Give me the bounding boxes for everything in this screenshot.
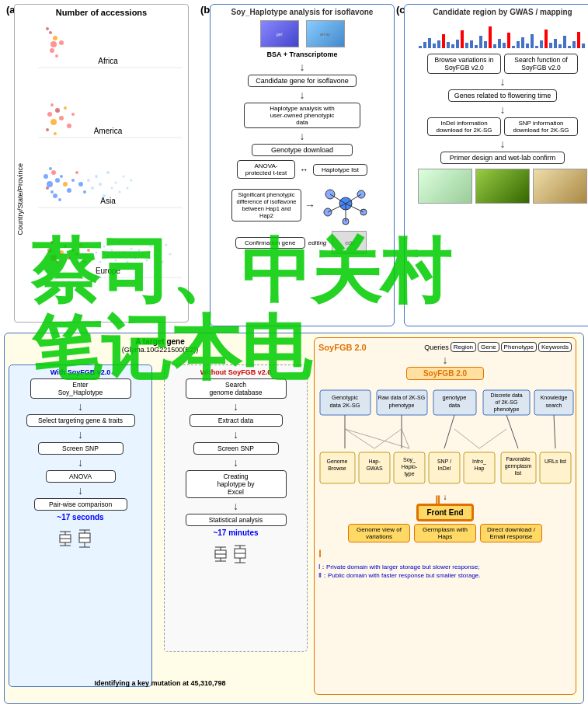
svg-rect-100 (433, 44, 436, 48)
genome-view-box: Genome view of variations (348, 524, 410, 542)
svg-text:Genome: Genome (327, 459, 348, 464)
svg-point-84 (165, 244, 168, 246)
svg-text:list: list (515, 470, 522, 476)
frontend-row: Front End (318, 504, 572, 521)
search-function-box: Search function of SoyFGB v2.0 (504, 54, 578, 74)
svg-text:Intro_: Intro_ (472, 459, 486, 465)
svg-point-31 (60, 175, 63, 178)
svg-text:Hap: Hap (475, 466, 485, 472)
svg-point-17 (55, 108, 60, 113)
gene-box: Gene (478, 342, 499, 352)
svg-point-20 (64, 106, 67, 110)
note-2: Ⅱ：Public domain with faster response but… (318, 571, 572, 580)
svg-rect-111 (484, 41, 487, 48)
svg-rect-112 (489, 26, 492, 48)
svg-rect-101 (437, 40, 440, 48)
svg-line-200 (454, 429, 479, 448)
roman-1-area: Ⅰ (318, 549, 572, 560)
svg-text:data 2K-SG: data 2K-SG (329, 402, 360, 409)
c-arrow1: ↓ (500, 76, 506, 87)
boxplot-left (54, 524, 108, 551)
svg-text:GWAS: GWAS (366, 466, 382, 471)
gwas-chart-area (408, 19, 588, 50)
svg-text:Asia: Asia (100, 197, 116, 205)
svg-text:Haplo-: Haplo- (402, 464, 418, 470)
svg-rect-109 (475, 45, 478, 48)
svg-point-64 (87, 249, 90, 252)
svg-line-196 (345, 429, 374, 448)
right-arrow: → (304, 199, 315, 211)
d-arrow4: ↓ (78, 485, 83, 496)
gwas-chart (417, 19, 588, 50)
transcriptome-image: array (306, 20, 345, 47)
svg-rect-98 (423, 42, 426, 48)
c-arrow3: ↓ (500, 138, 506, 149)
gene-edit-image: edit (332, 231, 367, 254)
svg-text:phenotype: phenotype (389, 403, 415, 409)
svg-text:genotype: genotype (443, 394, 467, 401)
output-boxes: Genome view of variations Germplasm with… (318, 524, 572, 542)
svg-text:of 2K-SG: of 2K-SG (496, 399, 518, 405)
network-area: Genotypic data 2K-SG Raw data of 2K-SG p… (318, 382, 572, 491)
svg-point-34 (49, 167, 52, 170)
svg-text:URLs list: URLs list (545, 459, 566, 464)
candidate-gene-box: Candidate gene for isoflavone (248, 75, 357, 87)
svg-point-63 (83, 260, 86, 263)
indel-snp-row: InDel information download for 2K-SG SNP… (427, 117, 578, 136)
svg-point-56 (56, 260, 59, 263)
lab-image3 (533, 169, 587, 204)
svg-point-25 (43, 174, 48, 179)
svg-rect-124 (545, 30, 548, 48)
with-soyfgb-label: With SoyFGB v2.0 (12, 368, 148, 376)
svg-text:SNP /: SNP / (437, 459, 451, 464)
svg-point-33 (63, 182, 68, 187)
svg-rect-129 (568, 46, 571, 48)
panel-d: A target gene (Glyma.10G221500(E2)) With… (4, 333, 584, 704)
svg-rect-97 (419, 46, 422, 48)
confirmation-box: Confirmation gene (235, 237, 305, 249)
svg-line-194 (506, 415, 518, 448)
svg-point-36 (67, 188, 71, 193)
time-with: ~17 seconds (57, 513, 103, 521)
phenotype-box: Phenotype (501, 342, 537, 352)
svg-point-14 (46, 27, 49, 30)
svg-point-29 (55, 178, 60, 183)
time-without: ~17 minutes (213, 528, 258, 537)
germplasm-haps-box: Germplasm with Haps (414, 524, 476, 542)
pair-wise-box: Pair-wise comparison (34, 498, 127, 511)
soyfgb-title: SoyFGB 2.0 (318, 343, 367, 352)
svg-point-42 (91, 187, 94, 190)
svg-point-82 (158, 249, 160, 252)
svg-point-74 (127, 261, 129, 263)
screen-snp-box: Screen SNP (38, 442, 124, 455)
svg-point-85 (169, 253, 172, 256)
svg-point-28 (50, 190, 54, 194)
svg-rect-189 (540, 452, 571, 483)
svg-point-72 (119, 242, 121, 244)
d-arrow2: ↓ (78, 429, 83, 440)
confirmation-row: Confirmation gene editing edit (235, 231, 370, 254)
soyfgb-network-svg: Genotypic data 2K-SG Raw data of 2K-SG p… (318, 382, 575, 491)
roman-2: Ⅱ (435, 494, 440, 506)
queries-row: Queries Region Gene Phenotype Keywords (424, 342, 572, 352)
svg-point-66 (96, 252, 98, 254)
svg-rect-117 (512, 46, 515, 48)
svg-text:Favorable: Favorable (506, 456, 530, 462)
anova-box: ANOVA- protected t-test (237, 160, 295, 179)
svg-point-18 (50, 103, 54, 106)
svg-rect-114 (498, 39, 501, 48)
main-container: (a) Number of accessions Country/State/P… (0, 0, 588, 708)
svg-point-10 (53, 36, 57, 40)
svg-rect-103 (447, 42, 450, 48)
svg-point-54 (50, 255, 57, 261)
haplotype-analysis-box: Haplotype analysis with user-owned pheno… (244, 103, 360, 128)
svg-rect-105 (456, 40, 459, 48)
svg-rect-130 (572, 41, 576, 48)
svg-point-40 (83, 190, 86, 194)
svg-point-83 (162, 261, 164, 263)
svg-point-44 (99, 183, 102, 186)
select-targeting-box: Select targeting gene & traits (26, 414, 135, 427)
svg-point-78 (142, 253, 144, 256)
primer-design-box: Primer design and wet-lab confirm (440, 152, 565, 164)
arrow1: ↓ (300, 61, 305, 72)
